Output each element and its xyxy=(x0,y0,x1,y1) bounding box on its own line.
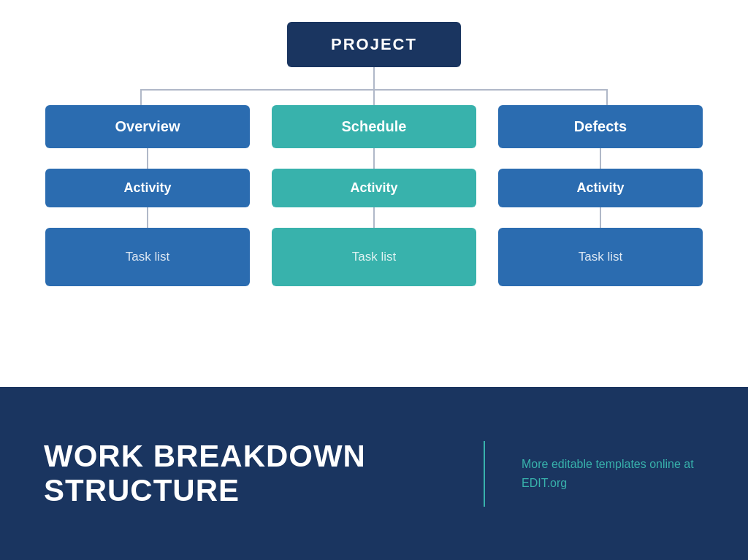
level3-overview: Task list xyxy=(45,228,250,286)
three-drops xyxy=(140,91,608,105)
top-connector xyxy=(29,67,719,105)
level1-schedule: Schedule xyxy=(272,105,476,148)
column-overview: Overview Activity Task list xyxy=(45,105,250,286)
column-defects: Defects Activity Task list xyxy=(498,105,703,286)
drop-line-center xyxy=(373,91,375,105)
main-content: PROJECT Overview Activity Task list xyxy=(0,0,748,387)
connector-overview-1 xyxy=(147,148,148,169)
drop-line-left xyxy=(140,91,142,105)
connector-schedule-2 xyxy=(373,207,375,228)
connector-defects-2 xyxy=(600,207,601,228)
drop-line-right xyxy=(606,91,608,105)
level2-schedule: Activity xyxy=(272,169,476,207)
connector-overview-2 xyxy=(147,207,148,228)
project-node: PROJECT xyxy=(287,22,461,67)
level1-defects: Defects xyxy=(498,105,703,148)
vertical-line-top xyxy=(373,67,375,89)
footer-divider xyxy=(484,441,485,507)
connector-defects-1 xyxy=(600,148,601,169)
level3-schedule: Task list xyxy=(272,228,476,286)
level2-overview: Activity xyxy=(45,169,250,207)
column-schedule: Schedule Activity Task list xyxy=(272,105,476,286)
footer-title: WORK BREAKDOWN STRUCTURE xyxy=(44,440,447,507)
footer-left: WORK BREAKDOWN STRUCTURE xyxy=(44,440,447,507)
level3-defects: Task list xyxy=(498,228,703,286)
footer-right: More editable templates online at EDIT.o… xyxy=(522,455,704,492)
level1-overview: Overview xyxy=(45,105,250,148)
connector-schedule-1 xyxy=(373,148,375,169)
columns-container: Overview Activity Task list Schedule Act… xyxy=(29,105,719,286)
horizontal-bar xyxy=(140,89,608,91)
level2-defects: Activity xyxy=(498,169,703,207)
footer: WORK BREAKDOWN STRUCTURE More editable t… xyxy=(0,387,748,560)
project-label: PROJECT xyxy=(331,35,417,53)
